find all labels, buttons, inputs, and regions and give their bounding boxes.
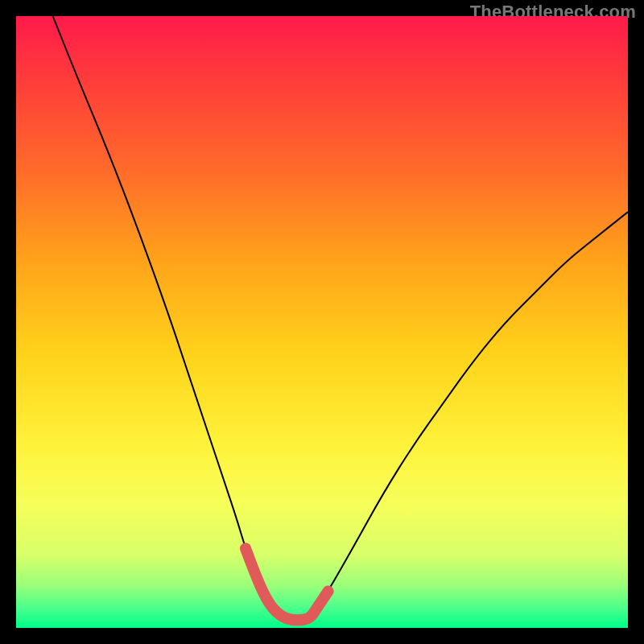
chart-frame: TheBottleneck.com	[0, 0, 644, 644]
plot-area	[16, 16, 628, 628]
curve-svg	[16, 16, 628, 628]
valley-highlight	[246, 548, 328, 620]
bottleneck-curve	[53, 16, 628, 620]
